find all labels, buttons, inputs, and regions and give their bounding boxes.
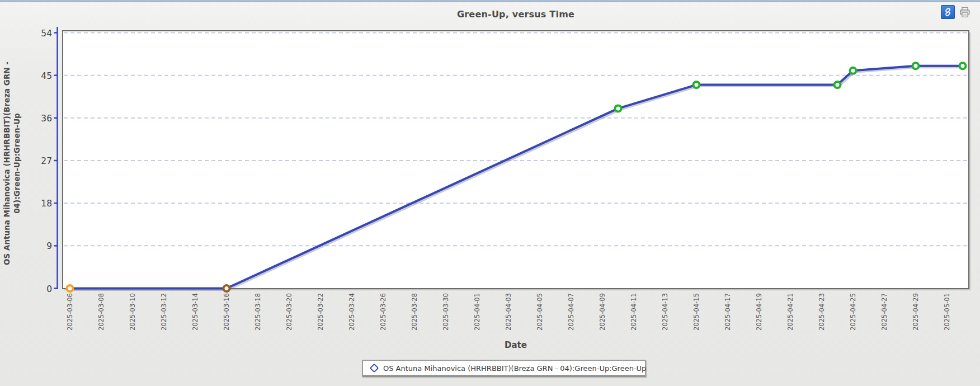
x-axis: 2025-03-062025-03-082025-03-102025-03-12… (66, 293, 951, 331)
x-tick-label: 2025-04-29 (912, 293, 920, 331)
x-tick-label: 2025-03-24 (348, 293, 356, 331)
x-axis-title: Date (63, 340, 969, 350)
x-tick-label: 2025-03-22 (317, 293, 324, 331)
legend: OS Antuna Mihanovica (HRHRBBIT)(Breza GR… (362, 360, 646, 376)
x-tick-label: 2025-04-17 (724, 293, 732, 331)
x-tick-label: 2025-03-16 (223, 293, 230, 331)
x-tick-label: 2025-04-11 (630, 293, 638, 331)
x-tick-label: 2025-04-27 (880, 293, 888, 331)
data-point-marker[interactable] (960, 63, 966, 69)
y-axis: 091827364554 (41, 27, 57, 294)
y-tick-label: 0 (46, 284, 52, 294)
x-tick-label: 2025-04-13 (661, 293, 669, 331)
x-tick-label: 2025-03-10 (129, 293, 136, 331)
y-tick-label: 36 (41, 114, 52, 124)
y-tick-label: 9 (46, 241, 52, 251)
data-point-marker[interactable] (835, 82, 841, 88)
x-tick-label: 2025-03-28 (411, 293, 418, 331)
data-point-marker[interactable] (615, 105, 621, 111)
data-point-marker[interactable] (850, 68, 856, 74)
legend-series-label: OS Antuna Mihanovica (HRHRBBIT)(Breza GR… (383, 364, 646, 373)
y-tick-label: 18 (41, 199, 52, 209)
plot-area: 0918273645542025-03-062025-03-082025-03-… (0, 0, 980, 358)
x-tick-label: 2025-04-07 (567, 293, 575, 331)
x-tick-label: 2025-04-25 (849, 293, 857, 331)
x-tick-label: 2025-04-01 (473, 293, 481, 331)
x-tick-label: 2025-04-19 (755, 293, 763, 331)
x-tick-label: 2025-04-09 (599, 293, 606, 331)
x-tick-label: 2025-03-30 (442, 293, 450, 331)
y-tick-label: 45 (41, 71, 52, 81)
plot-background (63, 31, 969, 289)
data-point-marker[interactable] (913, 63, 919, 69)
x-tick-label: 2025-03-14 (191, 293, 199, 331)
x-tick-label: 2025-03-06 (66, 293, 74, 331)
data-point-marker[interactable] (694, 82, 700, 88)
x-tick-label: 2025-04-03 (505, 293, 512, 331)
legend-series-marker-icon (370, 364, 379, 373)
y-tick-label: 27 (41, 156, 52, 166)
x-tick-label: 2025-03-18 (254, 293, 262, 331)
y-tick-label: 54 (41, 29, 52, 39)
x-tick-label: 2025-04-05 (536, 293, 544, 331)
x-tick-label: 2025-03-26 (379, 293, 387, 331)
x-tick-label: 2025-04-21 (786, 293, 794, 331)
chart-widget: Green-Up, versus Time OS Antuna Mihanovi… (0, 0, 980, 386)
data-point-marker[interactable] (67, 285, 73, 291)
data-point-marker[interactable] (224, 285, 230, 291)
x-tick-label: 2025-04-15 (692, 293, 700, 331)
x-tick-label: 2025-03-12 (160, 293, 168, 331)
x-tick-label: 2025-04-23 (818, 293, 826, 331)
x-tick-label: 2025-03-20 (285, 293, 293, 331)
x-tick-label: 2025-05-01 (943, 293, 951, 331)
x-tick-label: 2025-03-08 (97, 293, 105, 331)
